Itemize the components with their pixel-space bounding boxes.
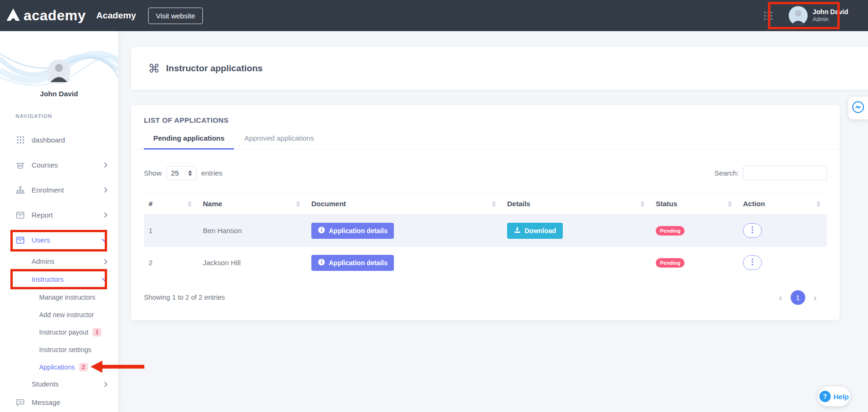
show-label: Show (144, 169, 162, 177)
sidebar-item-admins[interactable]: Admins (0, 252, 118, 270)
page-size-select[interactable]: 25 (167, 166, 197, 180)
user-role: Admin (813, 16, 848, 23)
row-actions-button[interactable] (743, 255, 762, 270)
messenger-icon (852, 101, 864, 115)
row-actions-button[interactable] (743, 223, 762, 238)
applications-table: # Name Document Details Status Action 1 … (144, 193, 827, 279)
sidebar-item-label: dashboard (32, 136, 108, 144)
visit-website-button[interactable]: Visit website (148, 8, 202, 24)
applicant-name: Ben Hanson (198, 215, 307, 247)
sidebar-item-add-new-instructor[interactable]: Add new instructor (0, 306, 118, 323)
sidebar-item-dashboard[interactable]: dashboard (0, 127, 118, 152)
topbar: academy Academy Visit website Joh (0, 0, 868, 31)
command-icon: ⌘ (148, 62, 160, 76)
sidebar-item-message[interactable]: Message (0, 393, 118, 412)
sidebar-profile: John David (0, 59, 118, 98)
search-input[interactable] (743, 166, 827, 180)
tab-pending-applications[interactable]: Pending applications (144, 134, 234, 150)
sidebar-avatar (48, 76, 70, 84)
sidebar-item-enrolment[interactable]: Enrolment (0, 177, 118, 202)
sort-icon (188, 201, 195, 207)
sidebar-item-applications[interactable]: Applications 2 (0, 358, 118, 376)
message-chat-icon (16, 399, 25, 406)
column-header-details[interactable]: Details (502, 193, 651, 215)
column-header-document[interactable]: Document (307, 193, 502, 215)
sidebar-item-users[interactable]: Users (0, 227, 118, 252)
question-mark-icon: ? (819, 391, 831, 402)
tabs: Pending applications Approved applicatio… (131, 134, 840, 150)
topbar-right: John David Admin (764, 6, 868, 25)
sidebar-item-courses[interactable]: Courses (0, 152, 118, 177)
sort-icon (641, 201, 648, 207)
app-title: Academy (96, 10, 136, 21)
user-name: John David (813, 8, 848, 17)
sidebar-item-label: Students (32, 380, 104, 388)
pagination-next[interactable]: › (814, 293, 817, 302)
sidebar-item-manage-instructors[interactable]: Manage instructors (0, 288, 118, 306)
table-row: 2 Jackson Hill Application details Pendi… (144, 247, 827, 279)
user-avatar (789, 6, 808, 25)
vertical-dots-icon (751, 258, 753, 267)
select-arrows-icon (188, 170, 192, 176)
column-header-action[interactable]: Action (738, 193, 827, 215)
status-badge: Pending (656, 226, 684, 235)
page-header: ⌘ Instructor applications (131, 47, 868, 90)
brand-logo[interactable]: academy (0, 8, 86, 24)
row-number: 1 (144, 215, 198, 247)
application-details-button[interactable]: Application details (311, 223, 394, 239)
chevron-down-icon (101, 277, 108, 281)
sidebar-item-label: Enrolment (32, 186, 104, 194)
sidebar-item-instructors[interactable]: Instructors (0, 270, 118, 288)
search-label: Search: (714, 169, 739, 177)
chevron-right-icon (104, 212, 108, 218)
applications-card: LIST OF APPLICATIONS Pending application… (131, 105, 840, 320)
info-icon (318, 259, 325, 267)
sidebar-item-label: Admins (32, 258, 104, 265)
navigation-section-label: NAVIGATION (16, 113, 52, 119)
user-menu[interactable]: John David Admin (789, 6, 848, 25)
chevron-right-icon (104, 381, 108, 387)
pagination: ‹ 1 › (779, 290, 827, 305)
payout-count-badge: 1 (92, 328, 101, 336)
enrolment-sitemap-icon (16, 186, 25, 194)
report-archive-icon (16, 211, 25, 219)
applications-count-badge: 2 (79, 363, 88, 371)
dashboard-grid-icon (16, 136, 25, 143)
sidebar-item-label: Message (32, 398, 108, 406)
vertical-dots-icon (751, 226, 753, 235)
info-icon (318, 227, 325, 235)
column-header-num[interactable]: # (144, 193, 198, 215)
help-button[interactable]: ? Help (818, 387, 850, 406)
sort-icon (817, 201, 824, 207)
pagination-page-1[interactable]: 1 (791, 290, 805, 305)
apps-grid-icon[interactable] (764, 11, 773, 20)
chevron-right-icon (104, 162, 108, 168)
column-header-status[interactable]: Status (651, 193, 738, 215)
sidebar-item-label: Instructors (32, 276, 101, 283)
application-details-button[interactable]: Application details (311, 255, 394, 271)
user-meta: John David Admin (813, 8, 848, 24)
sidebar-item-students[interactable]: Students (0, 376, 118, 393)
academy-logo-icon (6, 8, 20, 23)
download-icon (514, 227, 521, 235)
column-header-name[interactable]: Name (198, 193, 307, 215)
download-button[interactable]: Download (507, 223, 563, 239)
logo-text: academy (24, 8, 86, 24)
help-label: Help (834, 393, 849, 401)
sidebar-item-report[interactable]: Report (0, 202, 118, 227)
page-title: Instructor applications (166, 63, 263, 74)
search-group: Search: (714, 166, 827, 180)
pagination-prev[interactable]: ‹ (779, 293, 782, 302)
sidebar-item-instructor-settings[interactable]: Instructor settings (0, 341, 118, 358)
applicant-name: Jackson Hill (198, 247, 307, 279)
messenger-tab[interactable] (848, 97, 868, 119)
sidebar-menu: dashboard Courses Enrolment (0, 127, 118, 412)
sidebar-item-label: Instructor payout (39, 328, 88, 336)
sidebar-item-label: Courses (32, 161, 104, 169)
sidebar-item-label: Add new instructor (39, 311, 108, 319)
sidebar-item-label: Applications (39, 363, 75, 371)
table-row: 1 Ben Hanson Application details Downloa… (144, 215, 827, 247)
sidebar-item-instructor-payout[interactable]: Instructor payout 1 (0, 323, 118, 341)
chevron-down-icon (101, 238, 108, 242)
tab-approved-applications[interactable]: Approved applications (235, 134, 324, 149)
